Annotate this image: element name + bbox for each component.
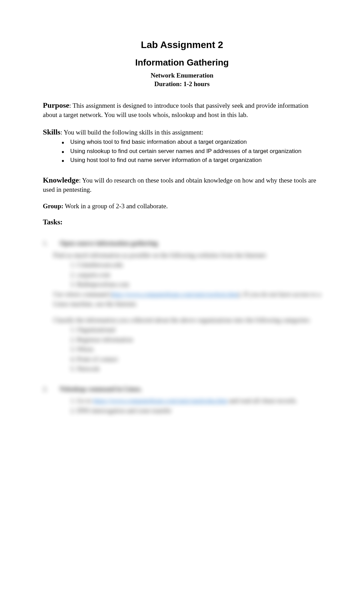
- skills-text: : You will build the following skills in…: [60, 129, 203, 136]
- task-2-line1a: 1. Go to: [70, 397, 93, 404]
- knowledge-text: : You will do research on these tools an…: [43, 177, 316, 193]
- purpose-section: Purpose: This assignment is designed to …: [43, 100, 321, 119]
- task-1-line1: Find as much information as possible on …: [43, 250, 321, 260]
- lab-subtitle: Information Gathering: [43, 57, 321, 68]
- lab-meta: Network Enumeration Duration: 1-2 hours: [43, 71, 321, 88]
- task-1-heading: Open source information gathering: [49, 239, 158, 247]
- group-label: Group:: [43, 202, 63, 210]
- task-1-cat3: 3. Whois: [43, 344, 321, 354]
- purpose-label: Purpose: [43, 101, 69, 109]
- skills-item-2: Using nslookup to find out certain serve…: [62, 147, 321, 156]
- task-2-heading: Nslookup command in Linux.: [49, 385, 142, 393]
- task-2-block: 2. Nslookup command in Linux. 1. Go to h…: [43, 384, 321, 416]
- task-1-sub3: 3. Bulletproofone.com: [43, 280, 321, 290]
- group-text: Work in a group of 2-3 and collaborate.: [63, 202, 168, 210]
- skills-item-3: Using host tool to find out name server …: [62, 156, 321, 165]
- group-section: Group: Work in a group of 2-3 and collab…: [43, 202, 321, 211]
- task-1-cat1: 1. Organizational: [43, 325, 321, 335]
- task-1-cat5: 5. Network: [43, 364, 321, 374]
- duration-label: Duration: 1-2 hours: [43, 80, 321, 89]
- task-1-sub2: 2. carparts.com: [43, 270, 321, 280]
- task-1-number: 1.: [43, 239, 48, 247]
- knowledge-section: Knowledge: You will do research on these…: [43, 175, 321, 194]
- network-enumeration-label: Network Enumeration: [43, 71, 321, 80]
- task-1-cat2: 2. Registrar information: [43, 335, 321, 345]
- task-1-classify: Classify the information you collected a…: [43, 315, 321, 325]
- blurred-content-area: 1. Open source information gathering Fin…: [43, 238, 321, 416]
- skills-item-1: Using whois tool to find basic informati…: [62, 138, 321, 147]
- knowledge-label: Knowledge: [43, 176, 79, 184]
- task-2-line2: 2. DNS interrogation and zone transfer: [43, 406, 321, 416]
- tasks-label: Tasks:: [43, 218, 321, 226]
- task-1-sub1: 1. Crimebeware.edu: [43, 260, 321, 270]
- task-1-block: 1. Open source information gathering Fin…: [43, 238, 321, 374]
- task-1-cat4: 4. Point of contact: [43, 354, 321, 364]
- skills-label: Skills: [43, 128, 60, 136]
- task-1-link[interactable]: http://www.computerhope.com/unix/uwhois.…: [111, 291, 238, 298]
- skills-list: Using whois tool to find basic informati…: [43, 138, 321, 165]
- task-2-line1b: and read all cheat records.: [227, 397, 297, 404]
- lab-title: Lab Assignment 2: [43, 39, 321, 50]
- purpose-text: : This assignment is designed to introdu…: [43, 102, 308, 118]
- skills-section: Skills: You will build the following ski…: [43, 127, 321, 165]
- task-2-number: 2.: [43, 385, 48, 393]
- document-page: Lab Assignment 2 Information Gathering N…: [0, 0, 364, 446]
- task-2-link[interactable]: https://www.computerhope.com/unix/unsloo…: [93, 397, 228, 404]
- task-1-line2a: Use whois command (: [53, 291, 111, 298]
